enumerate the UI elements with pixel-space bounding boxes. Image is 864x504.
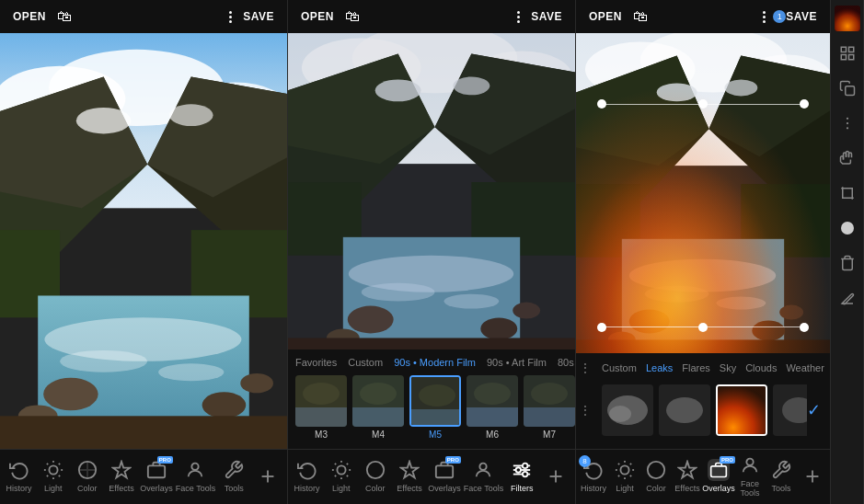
open-button-1[interactable]: OPEN [9, 8, 50, 25]
hand-sidebar-icon[interactable] [835, 145, 860, 171]
tool-add-1[interactable] [252, 465, 283, 487]
tool-add-3[interactable] [797, 465, 828, 487]
tool-history-3[interactable]: 8 History [578, 459, 609, 493]
crop-sidebar-icon[interactable] [835, 180, 860, 206]
tool-facetools-3[interactable]: Face Tools [734, 454, 766, 498]
top-bar-1: OPEN 🛍 SAVE [0, 0, 287, 33]
bottom-toolbar-2: History Light Color Effects PRO Over [288, 449, 575, 504]
overlay-cat-flares[interactable]: Flares [682, 362, 710, 373]
svg-point-155 [846, 122, 847, 124]
svg-line-141 [618, 475, 619, 476]
sidebar-thumb-fire[interactable] [835, 6, 860, 31]
overlay-cat-leaks[interactable]: Leaks [646, 362, 673, 373]
eraser-sidebar-icon[interactable] [835, 285, 860, 311]
save-button-1[interactable]: SAVE [239, 8, 278, 25]
tool-light-3[interactable]: Light [609, 459, 640, 493]
copy-sidebar-icon[interactable] [835, 75, 860, 101]
tool-label-effects-3: Effects [674, 484, 699, 493]
tool-label-color-2: Color [365, 484, 386, 493]
top-bar-left-3: OPEN 🛍 [585, 8, 648, 25]
filter-thumb-m3[interactable]: M3 [295, 375, 347, 440]
tool-facetools-1[interactable]: Face Tools [176, 459, 215, 493]
svg-point-8 [76, 108, 131, 134]
overlay-strip-dots[interactable]: ⋮ [580, 361, 591, 374]
top-bar-left-1: OPEN 🛍 [9, 8, 72, 25]
tool-color-2[interactable]: Color [360, 459, 391, 493]
svg-point-16 [43, 378, 98, 411]
filter-cat-favorites[interactable]: Favorites [295, 357, 337, 368]
tool-effects-1[interactable]: Effects [106, 459, 137, 493]
bag-icon-1[interactable]: 🛍 [57, 8, 72, 25]
overlay-cat-weather[interactable]: Weather [786, 362, 824, 373]
overlay-confirm-check[interactable]: ✓ [807, 400, 826, 420]
svg-line-24 [47, 464, 48, 464]
filter-thumb-label-m6: M6 [486, 430, 499, 440]
bag-icon-3[interactable]: 🛍 [633, 8, 648, 25]
grid-sidebar-icon[interactable] [835, 40, 860, 66]
tool-history-1[interactable]: History [4, 459, 35, 493]
svg-rect-129 [718, 386, 767, 436]
svg-rect-72 [467, 375, 518, 427]
tool-history-2[interactable]: History [292, 459, 323, 493]
svg-point-21 [49, 465, 57, 474]
tool-overlays-1[interactable]: PRO Overlays [140, 459, 173, 493]
svg-line-81 [347, 475, 348, 476]
top-bar-right-3: 1 SAVE [763, 8, 821, 25]
top-bar-2: OPEN 🛍 SAVE [288, 0, 575, 33]
dots-menu-3[interactable] [763, 11, 766, 23]
overlay-cat-sky[interactable]: Sky [720, 362, 736, 373]
filter-cat-90s-art[interactable]: 90s • Art Film [487, 357, 547, 368]
filter-cat-custom[interactable]: Custom [348, 357, 383, 368]
overlay-cat-clouds[interactable]: Clouds [745, 362, 777, 373]
svg-point-125 [609, 406, 631, 422]
tool-effects-2[interactable]: Effects [394, 459, 425, 493]
overlay-cat-custom[interactable]: Custom [602, 362, 637, 373]
history-icon-2 [296, 459, 318, 481]
tool-add-2[interactable] [540, 465, 571, 487]
filter-thumb-m7[interactable]: M7 [524, 375, 575, 440]
circle-handle-icon[interactable] [835, 215, 860, 241]
tool-color-1[interactable]: Color [72, 459, 103, 493]
save-button-2[interactable]: SAVE [527, 8, 566, 25]
tool-label-history-3: History [581, 484, 606, 493]
tool-light-1[interactable]: Light [38, 459, 69, 493]
tool-tools-3[interactable]: Tools [766, 459, 797, 493]
sun-icon-3 [614, 459, 636, 481]
overlay-thumb-3-selected[interactable] [716, 384, 767, 436]
save-button-3[interactable]: SAVE [782, 8, 821, 25]
filter-cat-90s-modern[interactable]: 90s • Modern Film [394, 357, 476, 368]
tool-overlays-2[interactable]: PRO Overlays [428, 459, 461, 493]
filters-icon-2 [511, 459, 533, 481]
tool-overlays-3[interactable]: PRO Overlays [703, 459, 734, 493]
image-area-1 [0, 33, 287, 449]
overlay-thumbs-dots[interactable]: ⋮ [580, 404, 591, 417]
dots-menu-2[interactable] [517, 11, 520, 23]
overlay-thumb-4[interactable] [773, 384, 807, 436]
tool-color-3[interactable]: Color [640, 459, 672, 493]
overlay-thumb-2[interactable] [659, 384, 710, 436]
open-button-2[interactable]: OPEN [297, 8, 338, 25]
svg-point-15 [158, 363, 224, 381]
tool-light-2[interactable]: Light [326, 459, 357, 493]
bag-icon-2[interactable]: 🛍 [345, 8, 360, 25]
trash-sidebar-icon[interactable] [835, 250, 860, 276]
filter-thumb-m5[interactable]: M5 [409, 375, 461, 440]
filter-cat-80s[interactable]: 80s [558, 357, 574, 368]
svg-point-88 [516, 467, 522, 473]
tool-effects-3[interactable]: Effects [672, 459, 703, 493]
tool-filters-2[interactable]: Filters [506, 459, 537, 493]
tool-facetools-2[interactable]: Face Tools [464, 459, 503, 493]
filter-thumb-m4[interactable]: M4 [352, 375, 404, 440]
top-bar-3: OPEN 🛍 1 SAVE [576, 0, 830, 33]
svg-line-142 [630, 464, 631, 464]
svg-point-144 [746, 459, 753, 465]
overlay-thumb-1[interactable] [602, 384, 653, 436]
overlays-icon-2: PRO [433, 459, 455, 481]
filter-thumb-m6[interactable]: M6 [467, 375, 518, 440]
more-sidebar-icon[interactable] [835, 110, 860, 136]
svg-point-14 [60, 350, 147, 372]
tool-label-filters-2: Filters [511, 484, 534, 493]
tool-tools-1[interactable]: Tools [218, 459, 249, 493]
open-button-3[interactable]: OPEN [585, 8, 626, 25]
dots-menu-1[interactable] [229, 11, 232, 23]
